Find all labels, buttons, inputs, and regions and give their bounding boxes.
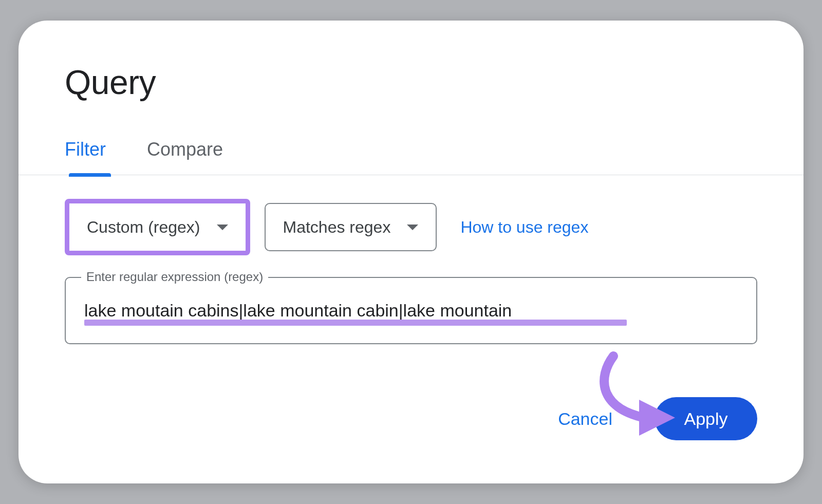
caret-down-icon: [217, 225, 228, 230]
regex-help-link[interactable]: How to use regex: [460, 218, 588, 237]
regex-field-legend: Enter regular expression (regex): [81, 270, 268, 284]
caret-down-icon: [407, 225, 418, 230]
dialog-title: Query: [65, 63, 757, 102]
match-type-label: Matches regex: [283, 218, 391, 237]
match-type-dropdown[interactable]: Matches regex: [265, 203, 437, 251]
filter-type-label: Custom (regex): [87, 218, 200, 237]
regex-field-wrap: Enter regular expression (regex): [65, 277, 757, 344]
apply-button[interactable]: Apply: [655, 397, 757, 440]
annotation-highlight-box: Custom (regex): [65, 199, 250, 255]
cancel-button[interactable]: Cancel: [535, 397, 635, 440]
regex-field-outline: Enter regular expression (regex): [65, 277, 757, 344]
tab-filter[interactable]: Filter: [65, 139, 106, 175]
tab-compare[interactable]: Compare: [147, 139, 223, 175]
query-dialog: Query Filter Compare Custom (regex) Matc…: [18, 21, 804, 483]
filter-type-dropdown[interactable]: Custom (regex): [69, 203, 246, 251]
tabs: Filter Compare: [18, 102, 804, 175]
regex-input[interactable]: [66, 278, 756, 343]
dialog-actions: Cancel Apply: [535, 397, 757, 440]
controls-row: Custom (regex) Matches regex How to use …: [18, 175, 804, 255]
dialog-header: Query: [18, 21, 804, 102]
